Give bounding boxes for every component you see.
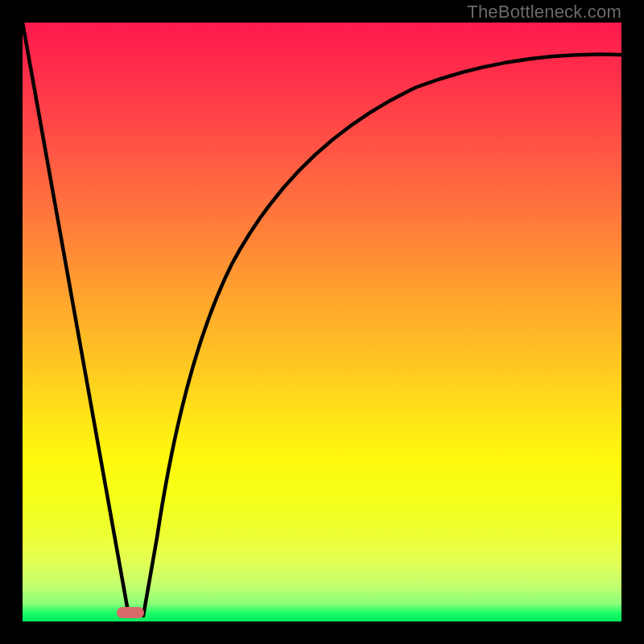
plot-area (23, 23, 621, 621)
chart-frame: TheBottleneck.com (0, 0, 644, 644)
right-branch-path (143, 55, 621, 617)
watermark-text: TheBottleneck.com (467, 2, 621, 23)
trough-marker (117, 607, 144, 618)
curve-layer (23, 23, 621, 621)
left-branch-path (23, 23, 129, 616)
